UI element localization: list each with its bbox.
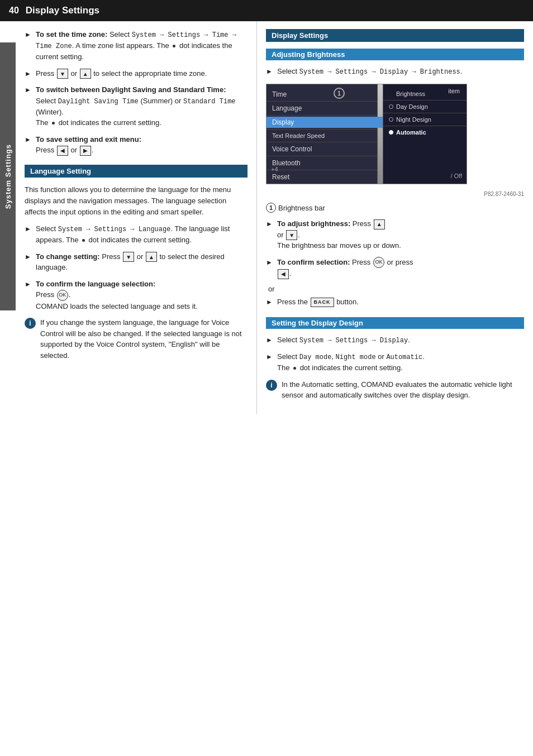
- menu-language: Language: [266, 103, 384, 114]
- radio-auto: [389, 130, 393, 135]
- lang-content-1: Select System → Settings → Language. The…: [36, 223, 248, 246]
- language-setting-section: Language Setting This function allows yo…: [25, 165, 248, 361]
- ok-btn-confirm: OK: [373, 257, 384, 268]
- lang-content-2: To change setting: Press ▼ or ▲ to selec…: [36, 251, 248, 273]
- ok-btn-lang: OK: [57, 290, 68, 301]
- display-design-section: Setting the Display Design ► Select Syst…: [266, 317, 524, 401]
- left-column: ► To set the time zone: Select System → …: [0, 21, 257, 414]
- radio-night: [389, 117, 393, 122]
- dd-code-auto: Automatic: [386, 353, 422, 361]
- b-arrow-2: ►: [266, 219, 275, 251]
- dd-content-1: Select System → Settings → Display.: [277, 334, 524, 346]
- language-section-body: This function allows you to determine th…: [25, 184, 248, 361]
- b-content-2: To adjust brightness: Press ▲ or ▼. The …: [277, 218, 524, 251]
- brightness-callout: 1 Brightness bar: [266, 203, 524, 213]
- bullet1-bold: To set the time zone:: [36, 30, 107, 39]
- bullet-daylight-saving: ► To switch between Daylight Saving and …: [25, 84, 248, 128]
- screenshot-wrapper: 1 Time Language Display Text Reader Spee…: [266, 84, 524, 197]
- lang-code-1: System → Settings → Language: [58, 226, 171, 233]
- dd-content-2: Select Day mode, Night mode or Automatic…: [277, 351, 524, 374]
- or-separator: or: [268, 285, 524, 293]
- language-para: This function allows you to determine th…: [25, 184, 248, 218]
- screenshot-left-panel: 1 Time Language Display Text Reader Spee…: [266, 84, 384, 184]
- bullet-content-3: To switch between Daylight Saving and St…: [36, 84, 248, 128]
- menu-voice: Voice Control: [266, 143, 384, 155]
- bullet-save-exit: ► To save setting and exit menu: Press ◀…: [25, 134, 248, 156]
- off-label: / Off: [450, 173, 462, 179]
- lang-bold-2: To change setting:: [36, 252, 100, 261]
- brightness-header: Adjusting Brightness: [266, 49, 524, 60]
- menu-div-5: [266, 156, 384, 156]
- dot-bullet-dd: [293, 367, 296, 370]
- b-content-1: Select System → Settings → Display → Bri…: [277, 66, 524, 77]
- menu-div-3: [266, 129, 384, 130]
- lang-arrow-2: ►: [25, 252, 34, 273]
- b-content-3: To confirm selection: Press OK or press …: [277, 257, 524, 279]
- item-label: item: [448, 88, 460, 94]
- page-number: 40: [9, 6, 19, 16]
- brightness-bullet-2: ► To adjust brightness: Press ▲ or ▼. Th…: [266, 218, 524, 251]
- info-icon-lang: i: [25, 318, 36, 329]
- main-container: System Settings ► To set the time zone: …: [0, 21, 533, 414]
- brightness-bullet-3: ► To confirm selection: Press OK or pres…: [266, 257, 524, 279]
- page-title: Display Settings: [26, 5, 99, 16]
- b-arrow-3: ►: [266, 257, 275, 279]
- menu-time: Time: [266, 89, 384, 100]
- display-settings-header-text: Display Settings: [272, 31, 328, 40]
- radio-day: [389, 104, 393, 109]
- sidebar-label: System Settings: [0, 42, 16, 310]
- sub-div-2: [383, 113, 467, 113]
- b-arrow-4: ►: [266, 297, 275, 308]
- down-btn-lang: ▼: [123, 252, 134, 262]
- display-design-header-text: Setting the Display Design: [272, 319, 363, 327]
- dd-arrow-2: ►: [266, 352, 275, 374]
- sub-day-design: Day Design: [383, 102, 467, 112]
- left-arrow-button-save: ◀: [57, 146, 68, 156]
- lang-bullet-3: ► To confirm the language selection: Pre…: [25, 279, 248, 312]
- bullet-arrow-3: ►: [25, 85, 34, 128]
- lang-arrow-1: ►: [25, 224, 34, 246]
- bullet3-bold: To switch between Daylight Saving and St…: [36, 85, 226, 94]
- plus-label: +4: [271, 166, 278, 173]
- menu-text-reader: Text Reader Speed: [266, 131, 384, 141]
- display-settings-header: Display Settings: [266, 29, 524, 42]
- menu-div-2: [266, 115, 384, 116]
- dot-bullet-3: [52, 122, 55, 125]
- dd-info-box: i In the Automatic setting, COMAND evalu…: [266, 379, 524, 401]
- bullet-set-time-zone: ► To set the time zone: Select System → …: [25, 29, 248, 63]
- brightness-bullet-1: ► Select System → Settings → Display → B…: [266, 66, 524, 77]
- info-content-lang: If you change the system language, the l…: [40, 317, 248, 361]
- lang-bold-3: To confirm the language selection:: [36, 280, 155, 288]
- language-section-header: Language Setting: [25, 165, 248, 178]
- info-content-dd: In the Automatic setting, COMAND evaluat…: [282, 379, 524, 401]
- menu-display: Display: [266, 117, 384, 128]
- sub-automatic: Automatic: [383, 127, 467, 137]
- dd-bullet-2: ► Select Day mode, Night mode or Automat…: [266, 351, 524, 374]
- menu-bluetooth: Bluetooth: [266, 157, 384, 169]
- b-content-4: Press the BACK button.: [277, 296, 524, 308]
- menu-reset: Reset: [266, 171, 384, 183]
- sidebar-text: System Settings: [4, 144, 12, 209]
- display-design-header: Setting the Display Design: [266, 317, 524, 329]
- brightness-header-text: Adjusting Brightness: [272, 50, 345, 59]
- callout-text: Brightness bar: [278, 204, 325, 212]
- lang-content-3: To confirm the language selection: Press…: [36, 279, 248, 312]
- sub-div-3: [383, 126, 467, 126]
- lang-arrow-3: ►: [25, 279, 34, 312]
- back-button: BACK: [311, 298, 334, 308]
- dd-code-1: System → Settings → Display: [299, 337, 408, 344]
- bullet-content-1: To set the time zone: Select System → Se…: [36, 29, 248, 63]
- screenshot-right-panel: item Brightness Day Design: [383, 84, 467, 184]
- callout-circle: 1: [266, 203, 276, 213]
- screenshot-caption: P82.87-2460-31: [266, 191, 524, 197]
- up-btn-bright: ▲: [374, 219, 385, 229]
- lang-bullet-2: ► To change setting: Press ▼ or ▲ to sel…: [25, 251, 248, 273]
- bullet3-code1: Daylight Saving Time: [58, 98, 139, 106]
- lang-bullet-1: ► Select System → Settings → Language. T…: [25, 223, 248, 246]
- page-header: 40 Display Settings: [0, 0, 533, 21]
- radio-none: [389, 92, 393, 96]
- b-code-1: System → Settings → Display → Brightness: [299, 68, 460, 76]
- sub-div-1: [383, 100, 467, 101]
- bullet-arrow-4: ►: [25, 135, 34, 156]
- bullet-content-2: Press ▼ or ▲ to select the appropriate t…: [36, 68, 248, 79]
